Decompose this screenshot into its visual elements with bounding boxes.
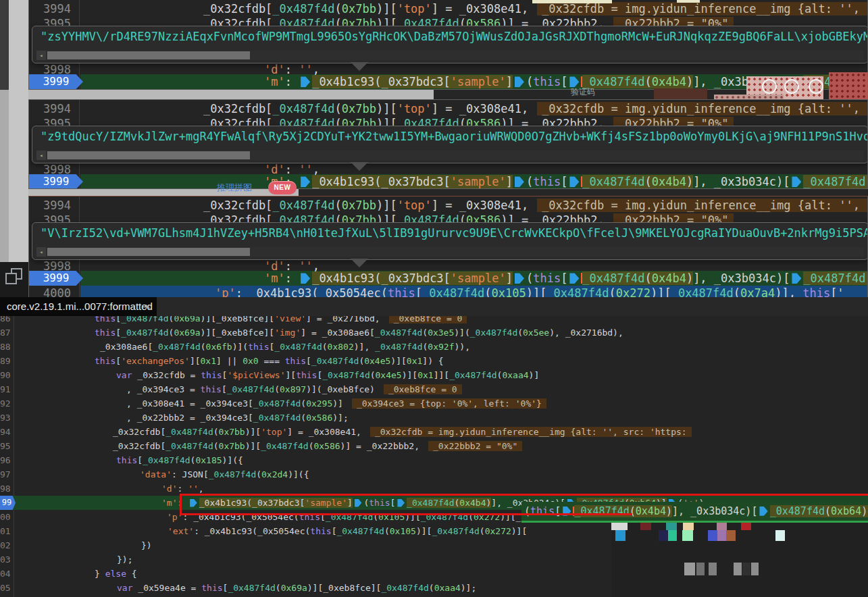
code-token: 'ext' <box>168 526 194 536</box>
code-line[interactable]: 95_0x32cfdb[_0x487f4d(0x7bb)][_0x487f4d(… <box>0 439 868 453</box>
step-into-marker-icon[interactable] <box>569 76 579 87</box>
code-text[interactable]: 'ext': _0x4b1c93(_0x5054ec(this[_0x487f4… <box>168 524 527 538</box>
code-line[interactable]: 97'data': JSON[_0x487f4d(0x2d4)]({ <box>0 467 868 482</box>
code-text[interactable]: this[_0x487f4d(0x69a)][_0xeb8fce]['img']… <box>95 326 623 340</box>
line-number[interactable]: 87 <box>0 326 10 340</box>
step-into-marker-icon[interactable] <box>759 507 767 516</box>
code-token: , _0x22bbb2 = _0x394ce3[ <box>126 413 253 423</box>
code-text[interactable]: _0x32cfdb[_0x487f4d(0x7bb)]['top'] = _0x… <box>113 425 692 439</box>
code-line[interactable]: 89this['exchangePos'][0x1] || 0x0 === th… <box>0 354 868 368</box>
line-number[interactable]: 3994 <box>29 101 71 116</box>
popup-horizontal-scrollbar[interactable]: ◂ <box>36 247 864 257</box>
step-into-marker-icon[interactable] <box>515 76 524 87</box>
step-into-marker-icon[interactable] <box>301 176 310 187</box>
line-number[interactable]: 96 <box>0 453 10 467</box>
code-line[interactable]: 3994_0x32cfdb[_0x487f4d(0x7bb)]['top'] =… <box>29 1 867 16</box>
code-text[interactable]: var _0x59ea4e = this[_0x487f4d(0x69a)][_… <box>117 581 476 595</box>
line-number[interactable]: 89 <box>0 354 10 368</box>
code-text[interactable]: 'm': _0x4b1c93(_0x37bdc3['sample'](this[… <box>264 174 868 189</box>
code-text[interactable]: , _0x22bbb2 = _0x394ce3[_0x487f4d(0x586)… <box>126 411 349 425</box>
code-text[interactable]: _0x32cfdb[_0x487f4d(0x7bb)]['top'] = _0x… <box>203 101 868 116</box>
code-text[interactable]: }); <box>117 552 132 567</box>
step-into-marker-icon[interactable] <box>397 499 405 507</box>
code-text[interactable]: this['exchangePos'][0x1] || 0x0 === this… <box>95 354 444 368</box>
execution-pointer[interactable]: 3999 <box>29 174 83 189</box>
code-text[interactable]: var _0x32cfdb = this['$picViews'][this[_… <box>116 368 539 382</box>
line-number[interactable]: 00 <box>0 510 10 524</box>
code-text[interactable]: , _0x308e41 = _0x394ce3[_0x487f4d(0x295)… <box>126 396 546 411</box>
code-token: 0xb64 <box>831 505 861 517</box>
code-line[interactable]: 3994_0x32cfdb[_0x487f4d(0x7bb)]['top'] =… <box>29 198 867 213</box>
code-text[interactable]: this[_0x487f4d(0x185)]({ <box>116 453 243 467</box>
code-text[interactable]: }) <box>141 538 152 552</box>
line-number[interactable]: 92 <box>0 396 10 411</box>
line-number[interactable]: 90 <box>0 368 10 382</box>
line-number[interactable]: 93 <box>0 411 10 425</box>
code-line[interactable]: 96this[_0x487f4d(0x185)]({ <box>0 453 868 467</box>
step-into-marker-icon[interactable] <box>515 273 524 284</box>
code-line[interactable]: 92, _0x308e41 = _0x394ce3[_0x487f4d(0x29… <box>0 396 868 411</box>
popup-horizontal-scrollbar[interactable]: ◂ <box>36 151 864 160</box>
line-number[interactable]: 88 <box>0 340 10 354</box>
scrollbar-thumb[interactable] <box>47 248 250 256</box>
code-line[interactable]: 86this[_0x487f4d(0x69a)][_0xeb8fce]['vie… <box>0 316 868 326</box>
code-text[interactable]: 'p': _0x4b1c93(_0x5054ec(this[_0x487f4d(… <box>167 510 526 524</box>
scrollbar-left-arrow-icon[interactable]: ◂ <box>36 151 46 160</box>
code-line[interactable]: 3999'm': _0x4b1c93(_0x37bdc3['sample'](t… <box>29 271 867 286</box>
code-text[interactable]: , _0x394ce3 = this[_0x487f4d(0x897)](_0x… <box>126 382 462 396</box>
execution-pointer[interactable]: 99 <box>0 496 16 510</box>
step-into-marker-icon[interactable] <box>515 176 524 187</box>
puzzle-type-link[interactable]: 推理拼图 <box>217 182 252 194</box>
scrollbar-thumb[interactable] <box>47 151 250 159</box>
line-number[interactable]: 02 <box>0 538 10 552</box>
close-tab-icon[interactable]: × <box>145 297 151 316</box>
line-number[interactable]: 01 <box>0 524 10 538</box>
step-into-marker-icon[interactable] <box>792 176 801 187</box>
code-text[interactable]: this[_0x487f4d(0x69a)][_0xeb8fce]['view'… <box>95 316 467 326</box>
line-number[interactable]: 95 <box>0 439 10 453</box>
line-number[interactable]: 97 <box>0 467 10 482</box>
line-number[interactable]: 05 <box>0 581 10 595</box>
code-line[interactable]: 3999'm': _0x4b1c93(_0x37bdc3['sample'](t… <box>29 74 867 89</box>
code-token: _0x487f4d <box>375 342 422 352</box>
scrollbar-left-arrow-icon[interactable]: ◂ <box>36 247 46 257</box>
step-into-marker-icon[interactable] <box>301 273 310 284</box>
file-tab[interactable]: core.v2.19.1.mi...0077:formatted × <box>0 297 157 316</box>
step-into-marker-icon[interactable] <box>569 176 579 187</box>
code-line[interactable]: 90var _0x32cfdb = this['$picViews'][this… <box>0 368 868 382</box>
code-line[interactable]: 93, _0x22bbb2 = _0x394ce3[_0x487f4d(0x58… <box>0 411 868 425</box>
step-into-marker-icon[interactable] <box>301 76 310 87</box>
step-into-marker-icon[interactable] <box>792 273 801 284</box>
step-into-marker-icon[interactable] <box>190 499 197 507</box>
line-number[interactable]: 3994 <box>29 198 71 213</box>
code-line[interactable]: 94_0x32cfdb[_0x487f4d(0x7bb)]['top'] = _… <box>0 425 868 439</box>
code-line[interactable]: 88_0x308ae6[_0x487f4d(0x6fb)](this[_0x48… <box>0 340 868 354</box>
code-text[interactable]: _0x32cfdb[_0x487f4d(0x7bb)]['top'] = _0x… <box>203 198 868 213</box>
step-into-marker-icon[interactable] <box>355 499 362 507</box>
code-text[interactable]: _0x32cfdb[_0x487f4d(0x7bb)][_0x487f4d(0x… <box>113 439 522 453</box>
code-line[interactable]: 3999'm': _0x4b1c93(_0x37bdc3['sample'](t… <box>29 174 867 189</box>
line-number[interactable]: 86 <box>0 316 10 326</box>
code-token: ( <box>201 342 206 352</box>
line-number[interactable]: 94 <box>0 425 10 439</box>
code-text[interactable]: } else { <box>95 567 137 581</box>
popup-horizontal-scrollbar[interactable]: ◂ <box>36 51 864 60</box>
scrollbar-left-arrow-icon[interactable]: ◂ <box>36 51 46 60</box>
execution-pointer[interactable]: 3999 <box>29 74 83 89</box>
line-number[interactable]: 3994 <box>29 1 71 16</box>
step-into-marker-icon[interactable] <box>569 273 579 284</box>
line-number[interactable]: 03 <box>0 552 10 567</box>
line-number[interactable]: 98 <box>0 482 10 496</box>
code-text[interactable]: _0x308ae6[_0x487f4d(0x6fb)](this[_0x487f… <box>100 340 470 354</box>
code-text[interactable]: 'm': _0x4b1c93(_0x37bdc3['sample'](this[… <box>264 271 868 286</box>
execution-pointer[interactable]: 3999 <box>29 271 83 286</box>
code-text[interactable]: 'data': JSON[_0x487f4d(0x2d4)]({ <box>140 467 309 482</box>
code-token: ( <box>526 271 533 285</box>
line-number[interactable]: 04 <box>0 567 10 581</box>
code-text[interactable]: _0x32cfdb[_0x487f4d(0x7bb)]['top'] = _0x… <box>203 1 868 16</box>
code-line[interactable]: 87this[_0x487f4d(0x69a)][_0xeb8fce]['img… <box>0 326 868 340</box>
code-line[interactable]: 91, _0x394ce3 = this[_0x487f4d(0x897)](_… <box>0 382 868 396</box>
scrollbar-thumb[interactable] <box>47 51 250 59</box>
line-number[interactable]: 91 <box>0 382 10 396</box>
code-line[interactable]: 3994_0x32cfdb[_0x487f4d(0x7bb)]['top'] =… <box>29 101 867 116</box>
